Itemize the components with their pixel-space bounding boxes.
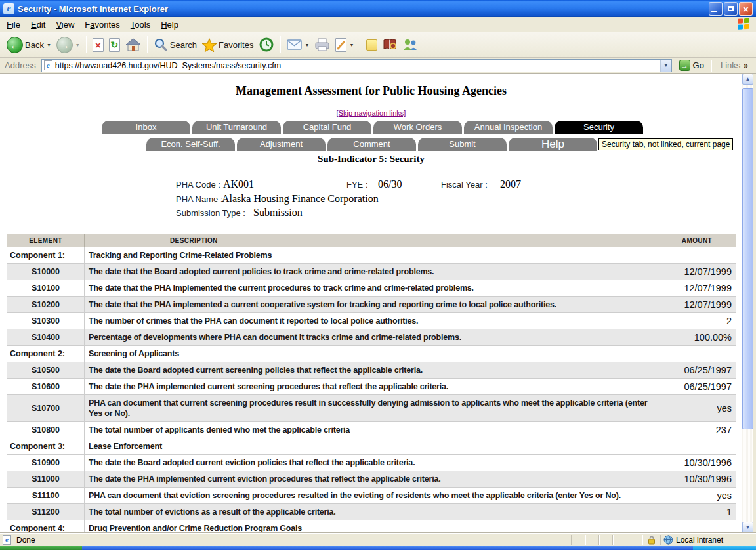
- favorites-label: Favorites: [219, 40, 253, 50]
- table-row-s10500: S10500The date the Board adopted current…: [7, 362, 736, 379]
- mail-dropdown-icon[interactable]: ▼: [304, 43, 309, 47]
- table-row-s11200: S11200The total number of evictions as a…: [7, 504, 736, 520]
- status-bar: e Done Local intranet: [0, 533, 756, 546]
- description-cell: Drug Prevention and/or Crime Reduction P…: [85, 520, 736, 533]
- address-label: Address: [3, 60, 38, 70]
- page-content: Management Assessment for Public Housing…: [0, 74, 742, 533]
- standard-buttons-toolbar: ← Back ▼ → ▼ × ↻ Search Favorites: [0, 32, 756, 58]
- back-label: Back: [25, 40, 44, 50]
- window-titlebar: e Security - Microsoft Internet Explorer…: [0, 0, 756, 17]
- column-header-amount: AMOUNT: [658, 234, 736, 247]
- close-button[interactable]: ×: [739, 2, 753, 16]
- refresh-icon: ↻: [109, 38, 120, 52]
- edit-page-icon: [335, 38, 346, 52]
- scrollbar-track[interactable]: [742, 85, 753, 522]
- tooltip: Security tab, not linked, current page: [598, 138, 733, 150]
- table-row-s10400: S10400Percentage of developments where P…: [7, 329, 736, 346]
- menu-tools[interactable]: Tools: [125, 18, 156, 32]
- description-cell: The total number of evictions as a resul…: [85, 504, 658, 520]
- menu-favorites[interactable]: Favorites: [79, 18, 125, 32]
- element-cell: S11000: [7, 471, 85, 487]
- taskbar-edge: [82, 546, 693, 550]
- table-row-s10600: S10600The date the PHA implemented curre…: [7, 379, 736, 395]
- scroll-up-button[interactable]: ▲: [742, 74, 753, 85]
- amount-cell: 12/07/1999: [658, 264, 736, 280]
- history-button[interactable]: [256, 35, 277, 54]
- stop-button[interactable]: ×: [90, 37, 106, 53]
- go-button[interactable]: → Go: [675, 60, 708, 71]
- print-icon: [314, 37, 330, 52]
- taskbar-strip: [0, 546, 756, 550]
- edit-dropdown-icon[interactable]: ▼: [349, 43, 354, 47]
- edit-button[interactable]: ▼: [333, 37, 356, 53]
- address-url-field[interactable]: [55, 61, 660, 70]
- start-button-edge[interactable]: [0, 546, 82, 550]
- favorites-star-icon: [202, 38, 217, 52]
- vertical-scrollbar[interactable]: ▲ ▼: [742, 74, 753, 533]
- menu-view[interactable]: View: [51, 18, 79, 32]
- discuss-button[interactable]: [364, 38, 380, 52]
- mail-button[interactable]: ▼: [284, 38, 312, 51]
- menu-edit[interactable]: Edit: [26, 18, 51, 32]
- tab-work-orders[interactable]: Work Orders: [373, 121, 462, 134]
- favorites-button[interactable]: Favorites: [200, 37, 256, 53]
- sub-indicator-title: Sub-Indicator 5: Security: [0, 154, 742, 165]
- back-dropdown-icon[interactable]: ▼: [47, 43, 51, 47]
- element-cell: Component 3:: [7, 438, 85, 454]
- search-button[interactable]: Search: [151, 36, 200, 53]
- tab-inbox[interactable]: Inbox: [102, 121, 190, 134]
- stop-icon: ×: [93, 38, 104, 52]
- submission-type-label: Submission Type :: [176, 208, 245, 218]
- address-dropdown-button[interactable]: ▼: [660, 60, 671, 72]
- tab-submit[interactable]: Submit: [418, 138, 507, 151]
- pha-code-value: AK001: [223, 179, 254, 190]
- assessment-table: ELEMENT DESCRIPTION AMOUNT Component 1:T…: [7, 234, 736, 533]
- print-button[interactable]: [312, 36, 333, 53]
- status-pane: [613, 535, 642, 545]
- links-button[interactable]: Links »: [715, 60, 753, 70]
- skip-navigation-link[interactable]: [Skip navigation links]: [0, 109, 742, 117]
- history-clock-icon: [259, 37, 274, 53]
- restore-button[interactable]: [724, 2, 738, 16]
- minimize-button[interactable]: [709, 2, 723, 16]
- table-row-s11100: S11100PHA can document that eviction scr…: [7, 488, 736, 504]
- description-cell: PHA can document that eviction screening…: [85, 488, 658, 503]
- research-button[interactable]: [380, 37, 400, 53]
- amount-cell: 12/07/1999: [658, 297, 736, 312]
- mail-icon: [287, 39, 302, 50]
- pha-name-label: PHA Name :: [176, 194, 223, 204]
- description-cell: The date that the PHA implemented a curr…: [85, 297, 658, 312]
- scrollbar-thumb[interactable]: [742, 88, 753, 429]
- tab-econ-self-suff[interactable]: Econ. Self-Suff.: [146, 138, 235, 151]
- element-cell: S11200: [7, 504, 85, 520]
- home-button[interactable]: [123, 36, 144, 53]
- amount-cell: yes: [658, 488, 736, 503]
- element-cell: S10600: [7, 379, 85, 394]
- refresh-button[interactable]: ↻: [106, 37, 123, 53]
- forward-button[interactable]: → ▼: [54, 35, 83, 54]
- toolbar-separator: [360, 36, 360, 53]
- tab-row-1: InboxUnit TurnaroundCapital FundWork Ord…: [0, 121, 742, 134]
- fiscal-year-label: Fiscal Year :: [441, 180, 488, 190]
- forward-dropdown-icon[interactable]: ▼: [75, 43, 80, 47]
- tab-capital-fund[interactable]: Capital Fund: [283, 121, 371, 134]
- description-cell: The date the Board adopted current evict…: [85, 455, 658, 471]
- tab-comment[interactable]: Comment: [327, 138, 416, 151]
- amount-cell: yes: [658, 395, 736, 421]
- menu-file[interactable]: File: [1, 18, 26, 32]
- address-input[interactable]: e ▼: [41, 59, 672, 72]
- messenger-button[interactable]: [400, 37, 421, 53]
- tab-help[interactable]: Help: [509, 138, 597, 151]
- back-button[interactable]: ← Back ▼: [4, 35, 54, 54]
- tab-unit-turnaround[interactable]: Unit Turnaround: [192, 121, 281, 134]
- menu-items: FileEditViewFavoritesToolsHelp: [0, 17, 730, 32]
- tab-adjustment[interactable]: Adjustment: [237, 138, 326, 151]
- tab-security[interactable]: Security: [555, 121, 643, 134]
- pha-name-value: Alaska Housing Finance Corporation: [222, 193, 379, 205]
- table-row-s10700: S10700PHA can document that current scre…: [7, 395, 736, 422]
- window-edge: [753, 74, 756, 533]
- tab-annual-inspection[interactable]: Annual Inspection: [464, 121, 553, 134]
- amount-cell: 2: [658, 313, 736, 329]
- scroll-down-button[interactable]: ▼: [742, 522, 753, 533]
- menu-help[interactable]: Help: [156, 18, 184, 32]
